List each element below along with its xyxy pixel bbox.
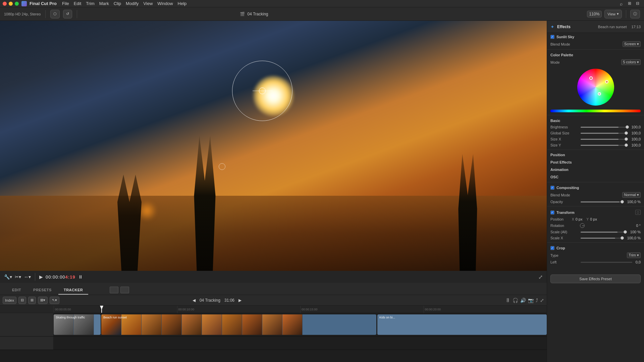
- clip-beach[interactable]: Beach run sunset: [101, 314, 376, 335]
- zoom-level[interactable]: 110%: [587, 11, 602, 17]
- compositing-section-header[interactable]: ✓ Compositing: [547, 184, 644, 191]
- select-tool[interactable]: ↖▾: [50, 297, 59, 304]
- fullscreen-button[interactable]: ⤢: [538, 274, 543, 280]
- menu-trim[interactable]: Trim: [86, 1, 95, 6]
- clip-appearance-button[interactable]: ⊟: [18, 297, 26, 304]
- tab-edit[interactable]: EDIT: [7, 286, 26, 295]
- menu-view[interactable]: View: [143, 1, 153, 6]
- global-size-thumb[interactable]: [625, 131, 628, 135]
- basic-section-header[interactable]: Basic: [547, 117, 644, 124]
- play-button[interactable]: ▶: [39, 274, 43, 280]
- scale-x-slider[interactable]: [581, 238, 624, 239]
- view-button[interactable]: View ▾: [604, 10, 622, 18]
- crop-checkbox[interactable]: ✓: [550, 246, 554, 250]
- clip-trim-button[interactable]: ⊞: [28, 297, 36, 304]
- crop-section-header[interactable]: ✓ Crop: [547, 244, 644, 251]
- rotation-dial[interactable]: [580, 223, 585, 228]
- tl-nav-left[interactable]: ◀: [193, 298, 196, 303]
- menu-edit[interactable]: Edit: [74, 1, 81, 6]
- tracking-crosshair[interactable]: [259, 87, 266, 94]
- scale-all-thumb[interactable]: [624, 230, 627, 234]
- menu-modify[interactable]: Modify: [126, 1, 139, 6]
- sunlit-sky-header[interactable]: ✓ Sunlit Sky: [547, 33, 644, 40]
- search-icon[interactable]: ⌕: [620, 1, 625, 6]
- color-dot-center[interactable]: [598, 92, 601, 96]
- menu-clip[interactable]: Clip: [114, 1, 121, 6]
- close-button[interactable]: [3, 2, 7, 6]
- animation-label: Animation: [550, 168, 569, 172]
- snapshot-icon[interactable]: 📷: [528, 298, 534, 303]
- sunlit-sky-checkbox[interactable]: ✓: [550, 35, 554, 39]
- video-frame[interactable]: [0, 21, 547, 271]
- tab-tracker[interactable]: TRACKER: [58, 286, 88, 295]
- transform-checkbox[interactable]: ✓: [550, 210, 554, 215]
- clip-view-button[interactable]: ⊠▾: [38, 297, 48, 304]
- size-x-slider[interactable]: [581, 139, 628, 140]
- transform-section-header[interactable]: ✓ Transform □: [547, 208, 644, 216]
- index-button[interactable]: Index: [3, 297, 16, 304]
- brightness-slider[interactable]: [581, 127, 628, 128]
- color-wheel-container[interactable]: [547, 66, 644, 108]
- brightness-row: Brightness 100,0: [547, 124, 644, 130]
- clip-preview-icon-2[interactable]: [120, 287, 129, 293]
- tracking-circle[interactable]: [232, 61, 292, 121]
- pause-button[interactable]: ⏸: [78, 274, 83, 280]
- color-ramp[interactable]: [550, 110, 641, 112]
- color-palette-header[interactable]: Color Palette: [547, 51, 644, 58]
- crop-type-dropdown[interactable]: Trim ▾: [627, 252, 641, 258]
- menu-bar: File Edit Trim Mark Clip Modify View Win…: [62, 1, 186, 6]
- scale-x-thumb[interactable]: [621, 236, 624, 240]
- size-y-thumb[interactable]: [625, 143, 628, 147]
- mode-dropdown[interactable]: 5 colors ▾: [621, 59, 641, 65]
- compositing-blend-dropdown[interactable]: Normal ▾: [622, 192, 641, 198]
- size-y-slider[interactable]: [581, 145, 628, 146]
- toolbar-icon-1[interactable]: ⊞: [628, 1, 633, 6]
- toolbar-icon-2[interactable]: ⊟: [636, 1, 641, 6]
- ruler-mark-2: 00:00:10:00: [177, 306, 301, 313]
- save-effects-preset-button[interactable]: Save Effects Preset: [550, 275, 641, 283]
- clip-kids[interactable]: Kids on bi...: [377, 314, 547, 335]
- expand-icon[interactable]: ⤢: [540, 298, 544, 303]
- speaker-icon[interactable]: 🔊: [520, 298, 526, 303]
- color-dot-orange[interactable]: [605, 80, 608, 83]
- compositing-checkbox[interactable]: ✓: [550, 186, 554, 190]
- move-tool[interactable]: ↔▾: [24, 274, 31, 280]
- size-x-thumb[interactable]: [625, 137, 628, 141]
- opacity-thumb[interactable]: [621, 200, 624, 203]
- blend-mode-dropdown[interactable]: Screen ▾: [623, 41, 641, 47]
- animation-section[interactable]: Animation: [547, 166, 644, 173]
- menu-file[interactable]: File: [62, 1, 69, 6]
- crop-left-slider[interactable]: [581, 262, 632, 263]
- menu-help[interactable]: Help: [178, 1, 187, 6]
- color-dot-red[interactable]: [589, 76, 593, 80]
- headphone-icon[interactable]: 🎧: [513, 298, 518, 303]
- trim-tools[interactable]: ✂▾: [15, 274, 21, 280]
- window-controls[interactable]: [3, 2, 19, 6]
- scale-all-slider[interactable]: [581, 232, 627, 233]
- color-wheel[interactable]: [577, 69, 614, 106]
- clip-preview-icon[interactable]: [110, 287, 118, 293]
- audio-meter-icon[interactable]: 🎚: [506, 298, 511, 303]
- menu-window[interactable]: Window: [157, 1, 173, 6]
- minimize-button[interactable]: [9, 2, 13, 6]
- position-section[interactable]: Position: [547, 151, 644, 159]
- post-effects-section[interactable]: Post Effects: [547, 159, 644, 166]
- transform-y-value: 0 px: [590, 217, 597, 221]
- clip-skating[interactable]: Skating through traffic: [54, 314, 101, 335]
- menu-mark[interactable]: Mark: [99, 1, 109, 6]
- size-y-value: 100,0: [631, 143, 641, 147]
- osc-section[interactable]: OSC: [547, 173, 644, 181]
- opacity-slider[interactable]: [581, 201, 624, 202]
- global-size-slider[interactable]: [581, 133, 628, 134]
- inspector-toggle[interactable]: ⓘ: [630, 10, 640, 18]
- maximize-button[interactable]: [15, 2, 19, 6]
- back-button[interactable]: ⬡: [50, 10, 60, 18]
- tab-presets[interactable]: PRESETS: [28, 286, 57, 295]
- transform-reset-icon[interactable]: □: [635, 210, 641, 215]
- export-icon[interactable]: ⤴: [536, 298, 538, 303]
- tools-dropdown[interactable]: 🔧▾: [4, 274, 12, 280]
- track-body-video[interactable]: Skating through traffic: [54, 313, 547, 336]
- tl-nav-right[interactable]: ▶: [238, 298, 241, 303]
- brightness-slider-thumb[interactable]: [626, 125, 629, 129]
- undo-button[interactable]: ↺: [63, 10, 72, 18]
